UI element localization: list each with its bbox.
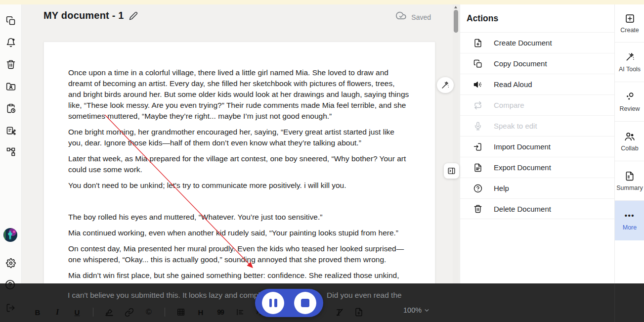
rename-pencil-icon[interactable] [129, 11, 138, 20]
action-help[interactable]: Help [460, 178, 614, 198]
scrollbar-thumb[interactable] [454, 10, 458, 33]
dots-cluster-icon [625, 92, 635, 102]
help-circle-icon[interactable] [5, 279, 15, 292]
zoom-control[interactable]: 100% [403, 306, 430, 314]
blockquote-button[interactable]: 99 [211, 302, 230, 322]
paragraph[interactable]: Once upon a time in a colorful village, … [68, 67, 409, 122]
action-label: Create Document [494, 39, 552, 47]
ellipsis-icon: ••• [625, 210, 635, 221]
app-window: MY document - 1 Saved Once upon a time i… [0, 0, 644, 322]
band-divider [614, 283, 615, 322]
microphone-icon [473, 122, 482, 131]
trash-icon[interactable] [5, 59, 16, 70]
paragraph[interactable]: One bright morning, her grandmother enco… [68, 127, 409, 148]
document-page[interactable]: Once upon a time in a colorful village, … [43, 42, 435, 319]
actions-list: Create Document Copy Document Read Aloud… [460, 32, 614, 219]
align-left-button[interactable] [230, 302, 250, 322]
clear-formatting-button[interactable] [329, 302, 349, 322]
pause-icon [269, 299, 277, 307]
underline-button[interactable]: U [67, 302, 87, 322]
avatar-art [4, 230, 5, 240]
action-label: Copy Document [494, 59, 547, 68]
tab-more[interactable]: ••• More [615, 201, 644, 240]
table-button[interactable] [171, 302, 191, 322]
paragraph[interactable]: You don't need to be unkind; let's try t… [68, 180, 409, 191]
logout-icon[interactable] [6, 303, 15, 315]
save-status: Saved [396, 11, 431, 23]
document-title-row: MY document - 1 [43, 10, 138, 21]
file-plus-icon [473, 39, 482, 47]
action-label: Help [494, 184, 509, 192]
tab-ai-tools[interactable]: AI Tools [615, 43, 644, 82]
panel-toggle-button[interactable] [444, 163, 459, 179]
tab-label: AI Tools [619, 66, 641, 73]
action-speak-to-edit: Speak to edit [460, 115, 614, 136]
flowchart-icon[interactable] [5, 146, 16, 157]
tab-label: Collab [621, 145, 638, 152]
document-nodes-icon[interactable] [5, 125, 16, 136]
action-delete-document[interactable]: Delete Document [460, 198, 614, 219]
left-sidebar [0, 4, 22, 322]
paragraph[interactable]: The boy rolled his eyes and muttered, “W… [68, 212, 409, 223]
tab-label: Create [620, 27, 639, 34]
stop-icon [301, 299, 309, 307]
action-label: Import Document [494, 142, 551, 151]
action-copy-document[interactable]: Copy Document [460, 53, 614, 74]
italic-button[interactable]: I [47, 302, 67, 322]
trash-icon [473, 204, 482, 213]
tab-review[interactable]: Review [615, 82, 644, 122]
tab-create[interactable]: Create [615, 4, 644, 43]
paragraph[interactable]: Mia continued working, even when another… [68, 228, 409, 238]
action-export-document[interactable]: Export Document [460, 157, 614, 178]
heading-button[interactable]: H [191, 302, 211, 322]
scroll-up-arrow[interactable] [454, 6, 457, 8]
action-create-document[interactable]: Create Document [460, 32, 614, 53]
chevron-down-icon [424, 307, 430, 314]
document-area: MY document - 1 Saved Once upon a time i… [22, 4, 460, 283]
document-title: MY document - 1 [43, 10, 124, 21]
ai-wand-button[interactable] [437, 77, 454, 93]
avatar-person [8, 231, 12, 239]
read-aloud-pill [255, 289, 323, 317]
tab-label: Summary [616, 184, 643, 191]
copyright-button[interactable]: © [139, 302, 159, 322]
pause-button[interactable] [262, 292, 284, 314]
settings-gear-icon[interactable] [5, 258, 16, 269]
action-label: Delete Document [494, 205, 551, 213]
action-label: Read Aloud [494, 80, 532, 89]
paragraph[interactable]: On contest day, Mia presented her mural … [68, 243, 409, 265]
tab-summary[interactable]: Summary [615, 161, 644, 201]
tab-collab[interactable]: Collab [615, 122, 644, 161]
saved-label: Saved [411, 13, 431, 21]
top-accent-bar [0, 0, 644, 4]
link-button[interactable] [119, 302, 139, 322]
user-avatar[interactable] [3, 228, 17, 242]
people-icon [624, 131, 635, 142]
actions-panel: Actions Create Document Copy Document Re… [460, 4, 614, 283]
toolbar-divider [93, 308, 93, 317]
action-label: Compare [494, 101, 524, 109]
action-import-document[interactable]: Import Document [460, 136, 614, 157]
insert-page-button[interactable] [349, 302, 369, 322]
vertical-scrollbar[interactable] [453, 4, 459, 283]
import-icon [473, 142, 482, 151]
notifications-icon[interactable] [5, 37, 16, 48]
action-label: Export Document [494, 163, 551, 172]
paragraph-empty[interactable] [68, 196, 409, 207]
stop-button[interactable] [294, 292, 316, 314]
action-label: Speak to edit [494, 122, 537, 130]
right-tab-rail: Create AI Tools Review Collab Summary [614, 4, 644, 283]
export-pdf-icon [473, 163, 482, 172]
copy-documents-icon[interactable] [5, 15, 16, 26]
zoom-level: 100% [403, 306, 422, 314]
highlight-button[interactable] [99, 302, 119, 322]
bold-button[interactable]: B [28, 302, 47, 322]
folder-user-icon[interactable] [5, 81, 16, 92]
action-read-aloud[interactable]: Read Aloud [460, 74, 614, 94]
clipboard-clock-icon[interactable] [5, 103, 16, 114]
actions-panel-title: Actions [467, 13, 498, 24]
action-compare: Compare [460, 94, 614, 115]
paragraph[interactable]: Later that week, as Mia prepared for the… [68, 153, 409, 175]
document-body: Once upon a time in a colorful village, … [44, 42, 435, 292]
avatar-dot [13, 230, 15, 233]
